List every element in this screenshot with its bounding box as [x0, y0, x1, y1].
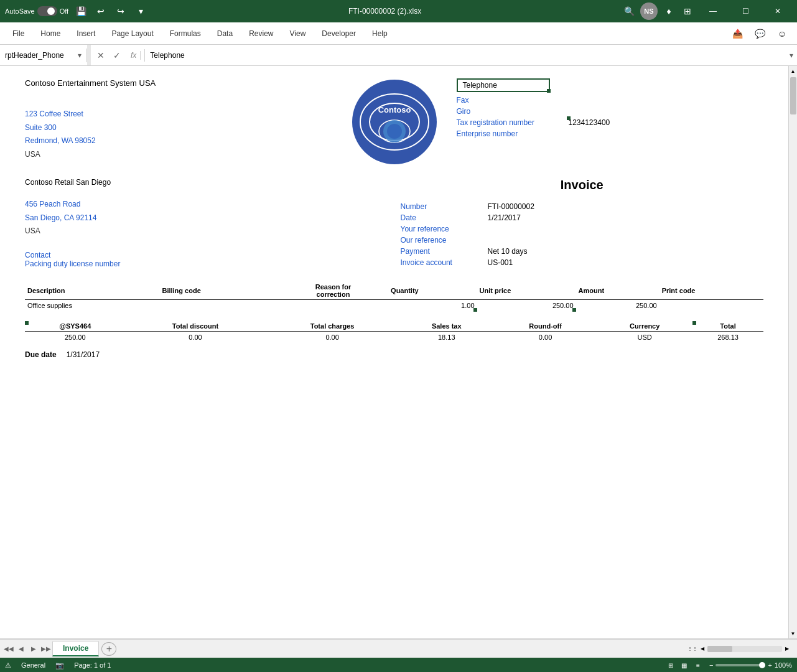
payment-row: Payment Net 10 days: [401, 247, 764, 256]
undo-icon[interactable]: ↩: [93, 4, 108, 19]
hscroll-divider: ⋮⋮: [687, 645, 697, 653]
tab-insert[interactable]: Insert: [69, 26, 103, 42]
row-amount: 250.00: [576, 300, 660, 312]
add-sheet-button[interactable]: +: [101, 642, 116, 656]
diamond-icon[interactable]: ♦: [661, 4, 676, 19]
telephone-cell[interactable]: Telephone: [457, 78, 550, 92]
save-icon[interactable]: 💾: [73, 4, 88, 19]
scroll-track[interactable]: [789, 76, 797, 628]
formula-dropdown-arrow[interactable]: ▾: [786, 51, 797, 60]
user-avatar[interactable]: NS: [640, 2, 658, 20]
title-bar: AutoSave Off 💾 ↩ ↪ ▾ FTI-00000002 (2).xl…: [0, 0, 797, 22]
address-line4: USA: [25, 148, 332, 162]
search-icon[interactable]: 🔍: [622, 4, 636, 19]
redo-icon[interactable]: ↪: [113, 4, 128, 19]
vertical-scrollbar[interactable]: ▲ ▼: [788, 66, 797, 638]
due-date-label: Due date: [25, 350, 57, 359]
cancel-button[interactable]: ✕: [95, 49, 107, 62]
sheet-tab-invoice[interactable]: Invoice: [52, 641, 99, 656]
page-layout-view-btn[interactable]: ▦: [678, 660, 691, 670]
sheet-tabs: ◀◀ ◀ ▶ ▶▶ Invoice + ⋮⋮ ◀ ▶: [0, 639, 797, 658]
row-print-code: [660, 300, 763, 312]
tab-arrow-next[interactable]: ▶: [27, 643, 40, 655]
autosave-toggle[interactable]: [37, 6, 57, 16]
name-box[interactable]: rptHeader_Phone ▾: [0, 49, 87, 62]
main-area: Contoso Entertainment System USA 123 Cof…: [0, 66, 797, 638]
document-area: Contoso Entertainment System USA 123 Cof…: [0, 66, 788, 638]
hscroll-area: ⋮⋮ ◀ ▶: [116, 645, 795, 653]
tab-data[interactable]: Data: [210, 26, 240, 42]
invoice-title: Invoice: [401, 178, 764, 192]
tab-arrow-prev[interactable]: ◀: [15, 643, 27, 655]
your-ref-row: Your reference: [401, 225, 764, 233]
telephone-value: Telephone: [463, 81, 497, 90]
total-val-5: USD: [597, 332, 692, 343]
total-corner: [692, 321, 696, 325]
hscroll-track[interactable]: [707, 646, 782, 652]
zoom-thumb[interactable]: [759, 662, 765, 668]
confirm-button[interactable]: ✓: [111, 49, 123, 62]
scroll-down-arrow[interactable]: ▼: [789, 628, 798, 638]
invoice-body: Contoso Retail San Diego 456 Peach Road …: [25, 178, 763, 269]
tab-file[interactable]: File: [5, 26, 32, 42]
totals-col-4: Round-off: [494, 321, 597, 332]
comment-icon[interactable]: 💬: [750, 24, 770, 44]
tab-review[interactable]: Review: [241, 26, 281, 42]
tax-corner: [567, 116, 571, 120]
col-billing: Billing code: [159, 282, 277, 300]
tab-arrow-last[interactable]: ▶▶: [40, 643, 52, 655]
total-val-2: 0.00: [266, 332, 399, 343]
formula-input[interactable]: [145, 49, 786, 62]
your-ref-label: Your reference: [401, 225, 488, 233]
page-break-view-btn[interactable]: ≡: [692, 660, 704, 670]
recipient-section: Contoso Retail San Diego 456 Peach Road …: [25, 178, 388, 269]
minimize-button[interactable]: —: [699, 0, 727, 22]
payment-label: Payment: [401, 247, 488, 256]
file-title: FTI-00000002 (2).xlsx: [153, 7, 617, 16]
cell-type: General: [21, 661, 45, 669]
quick-access-dropdown[interactable]: ▾: [133, 4, 148, 19]
scroll-up-arrow[interactable]: ▲: [789, 66, 798, 76]
camera-icon: 📷: [55, 661, 64, 670]
tab-view[interactable]: View: [282, 26, 314, 42]
hscroll-right[interactable]: ▶: [782, 645, 792, 653]
totals-corner: [25, 321, 29, 325]
due-date-value: 1/31/2017: [67, 350, 100, 359]
close-button[interactable]: ✕: [763, 0, 792, 22]
zoom-slider[interactable]: [715, 664, 765, 666]
hscroll-thumb[interactable]: [707, 646, 732, 652]
ribbon-tabs: File Home Insert Page Layout Formulas Da…: [0, 22, 797, 45]
autosave-label: AutoSave: [5, 7, 35, 15]
tab-help[interactable]: Help: [365, 26, 395, 42]
normal-view-btn[interactable]: ⊞: [664, 660, 677, 670]
account-value: US-001: [488, 258, 513, 267]
rec-addr1: 456 Peach Road: [25, 198, 388, 212]
hscroll-left[interactable]: ◀: [697, 645, 707, 653]
smiley-icon[interactable]: ☺: [772, 24, 792, 44]
contoso-logo: Contoso: [351, 78, 438, 166]
enterprise-row: Enterprise number: [457, 129, 764, 138]
row-unit-price: 250.00: [477, 300, 576, 312]
col-description: Description: [25, 282, 159, 300]
name-box-dropdown[interactable]: ▾: [78, 51, 82, 60]
view-buttons: ⊞ ▦ ≡: [664, 660, 704, 670]
due-date-section: Due date 1/31/2017: [25, 350, 763, 359]
tab-arrow-first[interactable]: ◀◀: [2, 643, 15, 655]
total-val-3: 18.13: [399, 332, 494, 343]
zoom-in-btn[interactable]: +: [768, 661, 771, 669]
company-name: Contoso Entertainment System USA: [25, 78, 332, 88]
maximize-button[interactable]: ☐: [731, 0, 760, 22]
bottom-bar: ◀◀ ◀ ▶ ▶▶ Invoice + ⋮⋮ ◀ ▶: [0, 638, 797, 658]
scroll-thumb[interactable]: [790, 77, 796, 114]
tab-developer[interactable]: Developer: [314, 26, 363, 42]
contact-info: Telephone Fax Giro Tax registration numb…: [457, 78, 764, 166]
zoom-out-btn[interactable]: −: [709, 661, 713, 669]
col-reason: Reason forcorrection: [278, 282, 388, 300]
tab-formulas[interactable]: Formulas: [162, 26, 208, 42]
date-label: Date: [401, 213, 488, 222]
tab-page-layout[interactable]: Page Layout: [104, 26, 161, 42]
restore-icon[interactable]: ⊞: [680, 4, 695, 19]
line-items-table: Description Billing code Reason forcorre…: [25, 282, 763, 311]
tab-home[interactable]: Home: [33, 26, 68, 42]
share-icon[interactable]: 📤: [727, 24, 747, 44]
